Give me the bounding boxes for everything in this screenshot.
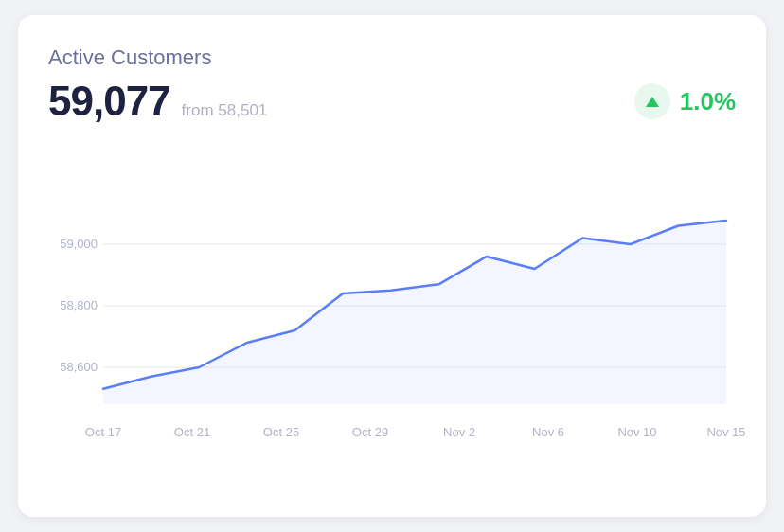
big-number: 59,077 [48, 78, 170, 125]
card-title: Active Customers [48, 45, 211, 70]
svg-text:Nov 2: Nov 2 [443, 425, 475, 439]
up-arrow-icon [646, 97, 659, 107]
svg-text:Oct 21: Oct 21 [174, 425, 210, 439]
svg-text:Nov 15: Nov 15 [706, 425, 745, 439]
svg-text:Nov 10: Nov 10 [617, 425, 656, 439]
metric-left: 59,077 from 58,501 [48, 78, 267, 125]
svg-text:58,600: 58,600 [60, 360, 98, 374]
svg-text:Oct 25: Oct 25 [263, 425, 299, 439]
svg-text:58,800: 58,800 [60, 298, 98, 312]
line-chart: 58,60058,80059,000Oct 17Oct 21Oct 25Oct … [48, 144, 736, 498]
from-text: from 58,501 [182, 101, 268, 120]
svg-text:Oct 17: Oct 17 [85, 425, 121, 439]
card-header: Active Customers [48, 45, 736, 70]
active-customers-card: Active Customers 59,077 from 58,501 1.0%… [18, 15, 766, 517]
up-arrow-circle [634, 83, 670, 119]
metric-right: 1.0% [634, 83, 736, 119]
pct-change: 1.0% [680, 87, 736, 116]
metric-row: 59,077 from 58,501 1.0% [48, 78, 736, 125]
chart-area: 58,60058,80059,000Oct 17Oct 21Oct 25Oct … [48, 144, 736, 498]
svg-text:Nov 6: Nov 6 [532, 425, 564, 439]
svg-text:Oct 29: Oct 29 [352, 425, 388, 439]
svg-text:59,000: 59,000 [60, 237, 98, 251]
